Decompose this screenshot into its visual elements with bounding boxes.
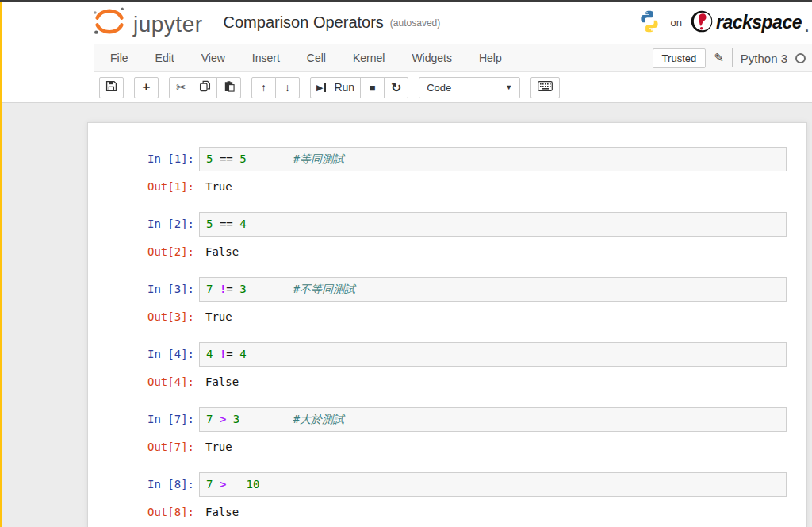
output-prompt: Out[7]: [88,440,199,454]
menu-bar: File Edit View Insert Cell Kernel Widget… [0,44,812,72]
move-cell-up-button[interactable]: ↑ [251,77,276,98]
menu-bar-inner: File Edit View Insert Cell Kernel Widget… [94,44,812,72]
command-palette-button[interactable] [530,77,560,98]
output-text: False [199,506,239,519]
cell-output-row: Out[3]: True [88,310,806,324]
rackspace-logo-icon [691,10,713,36]
move-cell-down-button[interactable]: ↓ [275,77,300,98]
code-line: 7 > 3 #大於測試 [206,413,344,425]
code-line: 5 == 4 [206,217,247,230]
cell-output-row: Out[7]: True [88,440,806,454]
code-input[interactable]: 7 != 3 #不等同測試 [199,277,787,302]
plus-icon: + [143,79,151,95]
notebook-body: In [1]: 5 == 5 #等同測試 Out[1]: True In [2]… [0,103,812,527]
output-prompt: Out[1]: [88,180,199,194]
run-button[interactable]: ▶ Run [310,77,361,98]
output-text: True [199,180,232,194]
menu-bar-right: Trusted ✎ Python 3 [653,48,806,68]
output-text: True [199,310,232,324]
header-branding: on rackspace . [638,10,809,37]
menu-help[interactable]: Help [468,46,513,70]
input-prompt: In [3]: [88,277,199,302]
restart-kernel-button[interactable]: ↻ [384,77,408,98]
pencil-icon[interactable]: ✎ [714,51,724,65]
output-text: True [199,440,232,454]
menu-widgets[interactable]: Widgets [400,46,463,70]
cell-input-row: In [8]: 7 > 10 [88,472,806,497]
on-label: on [670,17,681,29]
paste-icon [223,80,235,94]
code-input[interactable]: 7 > 3 #大於測試 [199,407,787,432]
menu-kernel[interactable]: Kernel [342,46,396,70]
cell-type-select[interactable]: Code ▼ [419,77,520,98]
notebook-cell: In [2]: 5 == 4 Out[2]: False [88,212,806,259]
save-button[interactable] [99,77,124,98]
move-button-group: ↑ ↓ [251,77,300,98]
cell-input-row: In [7]: 7 > 3 #大於測試 [88,407,806,432]
run-button-group: ▶ Run ■ ↻ [310,77,408,98]
output-text: False [199,245,239,259]
copy-button[interactable] [193,77,217,98]
jupyter-logo-text: jupyter [133,12,203,37]
browser-top-edge [0,0,812,2]
arrow-up-icon: ↑ [261,81,266,94]
interrupt-kernel-button[interactable]: ■ [360,77,385,98]
trusted-button[interactable]: Trusted [653,48,707,68]
kernel-divider [732,48,733,67]
run-icon: ▶ [316,83,326,93]
code-input[interactable]: 4 != 4 [199,342,787,367]
output-prompt: Out[4]: [88,375,199,389]
kernel-name: Python 3 [741,52,787,65]
input-prompt: In [2]: [88,212,199,237]
arrow-down-icon: ↓ [285,81,290,94]
stop-icon: ■ [370,82,376,94]
menu-view[interactable]: View [190,46,236,70]
toolbar: + ✂ ↑ ↓ [0,72,812,103]
rackspace-logo[interactable]: rackspace . [691,10,809,36]
rackspace-trademark-dot: . [805,19,809,36]
cells: In [1]: 5 == 5 #等同測試 Out[1]: True In [2]… [88,147,806,519]
menu-insert[interactable]: Insert [241,46,291,70]
notebook-title[interactable]: Comparison Operators [224,13,384,32]
jupyter-logo[interactable]: jupyter [92,6,203,40]
cell-input-row: In [3]: 7 != 3 #不等同測試 [88,277,806,302]
code-line: 4 != 4 [206,348,247,360]
notebook-cell: In [1]: 5 == 5 #等同測試 Out[1]: True [88,147,806,194]
notebook-cell: In [7]: 7 > 3 #大於測試 Out[7]: True [88,407,806,454]
code-input[interactable]: 5 == 5 #等同測試 [199,147,787,171]
code-line: 7 > 10 [206,478,259,490]
edit-button-group: ✂ [169,77,241,98]
chevron-down-icon: ▼ [505,83,512,91]
kernel-idle-indicator-icon [795,53,806,63]
add-cell-button[interactable]: + [134,77,159,98]
python-logo-icon[interactable] [638,10,661,37]
keyboard-icon [538,81,553,94]
paste-button[interactable] [216,77,241,98]
output-prompt: Out[8]: [88,506,199,519]
copy-icon [199,80,211,94]
cut-button[interactable]: ✂ [169,77,193,98]
cell-type-value: Code [427,82,451,94]
menu-file[interactable]: File [99,46,140,70]
cell-input-row: In [4]: 4 != 4 [88,342,806,367]
input-prompt: In [1]: [88,147,199,171]
menu-edit[interactable]: Edit [144,46,186,70]
notebook-cell: In [4]: 4 != 4 Out[4]: False [88,342,806,389]
output-text: False [199,375,239,389]
cut-icon: ✂ [176,80,186,94]
input-prompt: In [8]: [88,472,199,497]
menu-cell[interactable]: Cell [296,46,337,70]
code-input[interactable]: 5 == 4 [199,212,787,237]
input-prompt: In [4]: [88,342,199,367]
notebook-cell: In [3]: 7 != 3 #不等同測試 Out[3]: True [88,277,806,324]
input-prompt: In [7]: [88,407,199,432]
output-prompt: Out[2]: [88,245,199,259]
autosave-status: (autosaved) [390,17,440,29]
code-line: 7 != 3 #不等同測試 [206,283,355,295]
left-accent-bar [0,2,2,527]
save-icon [105,80,117,94]
cell-output-row: Out[4]: False [88,375,806,389]
output-prompt: Out[3]: [88,310,199,324]
code-input[interactable]: 7 > 10 [199,472,787,497]
jupyter-logo-icon [92,6,127,40]
